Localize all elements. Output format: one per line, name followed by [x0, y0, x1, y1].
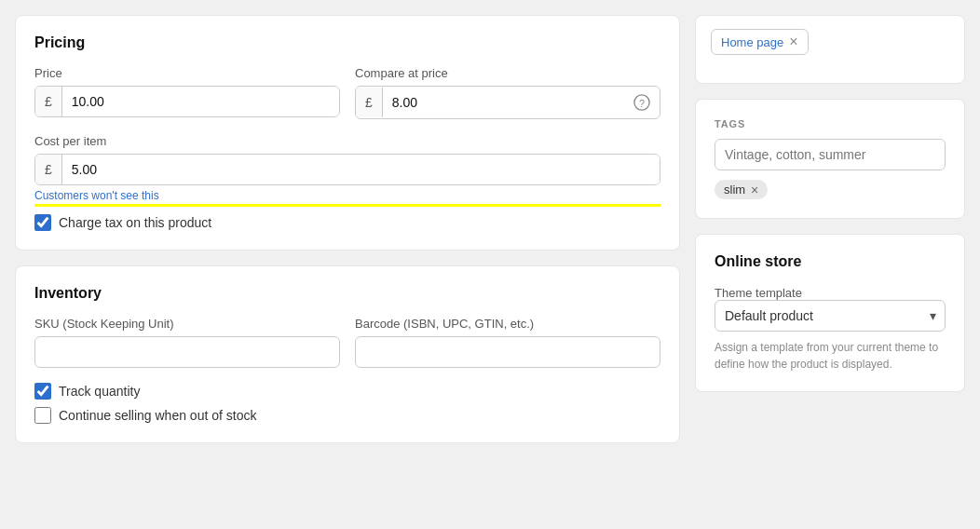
home-page-label: Home page	[721, 35, 783, 49]
price-input[interactable]	[62, 87, 339, 116]
tags-card: TAGS slim ×	[695, 99, 965, 219]
tags-section-label: TAGS	[715, 118, 946, 129]
pricing-card: Pricing Price £ Compare at price £	[15, 15, 680, 251]
online-store-title: Online store	[715, 253, 946, 270]
cost-per-item-label: Cost per item	[34, 134, 660, 148]
charge-tax-label: Charge tax on this product	[59, 215, 211, 230]
cost-hint: Customers won't see this	[34, 189, 660, 202]
track-quantity-checkbox[interactable]	[34, 383, 51, 400]
cost-input-wrapper: £	[34, 154, 660, 185]
cost-currency: £	[35, 155, 62, 184]
online-store-card: Online store Theme template Default prod…	[695, 234, 965, 392]
sku-barcode-row: SKU (Stock Keeping Unit) Barcode (ISBN, …	[34, 317, 660, 368]
continue-selling-label: Continue selling when out of stock	[59, 408, 256, 423]
pricing-title: Pricing	[34, 34, 660, 51]
track-quantity-row: Track quantity	[34, 383, 660, 400]
theme-template-select[interactable]: Default product Custom product	[715, 300, 946, 332]
compare-price-input-wrapper: £ ?	[355, 86, 660, 119]
highlight-bar	[34, 204, 660, 207]
barcode-group: Barcode (ISBN, UPC, GTIN, etc.)	[355, 317, 660, 368]
price-group: Price £	[34, 66, 340, 119]
compare-price-help-icon[interactable]: ?	[624, 87, 660, 118]
cost-input[interactable]	[62, 155, 660, 184]
track-quantity-label: Track quantity	[59, 384, 140, 399]
price-label: Price	[34, 66, 340, 80]
home-page-card: Home page ×	[695, 15, 965, 84]
sku-label: SKU (Stock Keeping Unit)	[34, 317, 340, 331]
tag-chip-slim: slim ×	[715, 180, 768, 199]
home-page-chip: Home page ×	[711, 29, 809, 55]
theme-template-select-wrapper: Default product Custom product ▾	[715, 300, 946, 332]
svg-text:?: ?	[639, 98, 645, 109]
tag-chip-remove-button[interactable]: ×	[751, 183, 758, 197]
price-row: Price £ Compare at price £ ?	[34, 66, 660, 119]
barcode-input[interactable]	[355, 336, 660, 368]
charge-tax-checkbox[interactable]	[34, 214, 51, 231]
inventory-title: Inventory	[34, 285, 660, 302]
compare-price-label: Compare at price	[355, 66, 660, 80]
theme-template-label: Theme template	[715, 286, 802, 300]
cost-per-item-group: Cost per item £	[34, 134, 660, 185]
price-currency: £	[35, 87, 62, 116]
price-input-wrapper: £	[34, 86, 340, 117]
barcode-label: Barcode (ISBN, UPC, GTIN, etc.)	[355, 317, 660, 331]
charge-tax-row: Charge tax on this product	[34, 214, 660, 231]
theme-helper-text: Assign a template from your current them…	[715, 339, 946, 373]
home-page-remove-button[interactable]: ×	[789, 34, 797, 50]
sku-group: SKU (Stock Keeping Unit)	[34, 317, 340, 368]
continue-selling-checkbox[interactable]	[34, 407, 51, 424]
sku-input[interactable]	[34, 336, 340, 368]
continue-selling-row: Continue selling when out of stock	[34, 407, 660, 424]
compare-currency: £	[356, 88, 383, 117]
compare-price-input[interactable]	[383, 88, 624, 117]
inventory-card: Inventory SKU (Stock Keeping Unit) Barco…	[15, 265, 680, 443]
compare-price-group: Compare at price £ ?	[355, 66, 660, 119]
tags-input[interactable]	[715, 139, 946, 170]
tags-chips-container: slim ×	[715, 180, 946, 199]
tag-chip-label: slim	[724, 183, 745, 197]
